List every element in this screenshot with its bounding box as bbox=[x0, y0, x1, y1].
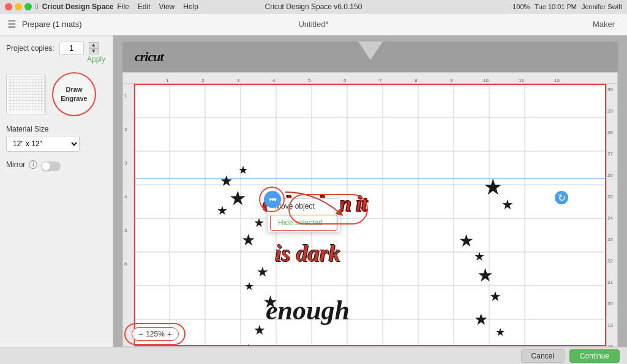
cancel-button[interactable]: Cancel bbox=[521, 349, 565, 363]
engrave-label: Engrave bbox=[61, 94, 87, 103]
titlebar:  Cricut Design Space File Edit View Hel… bbox=[0, 0, 627, 13]
prepare-title: Prepare (1 mats) bbox=[22, 20, 82, 29]
star-6: ★ bbox=[501, 197, 514, 213]
edit-menu[interactable]: Edit bbox=[138, 2, 151, 11]
action-bar: Cancel Continue bbox=[0, 347, 627, 364]
toggle-knob bbox=[42, 162, 50, 171]
material-size-select[interactable]: 12" x 12" 12" x 24" bbox=[6, 136, 80, 152]
tick-rr21: 21 bbox=[607, 280, 613, 285]
canvas-area[interactable]: cricut 1 2 3 4 5 6 7 bbox=[113, 35, 627, 347]
tick-5: 5 bbox=[308, 78, 310, 83]
user-label: Jennifer Swift bbox=[582, 3, 622, 10]
tick-6: 6 bbox=[344, 78, 346, 83]
ruler-right: 30 29 28 27 26 25 24 23 22 21 20 19 18 1… bbox=[606, 84, 617, 346]
mirror-label: Mirror bbox=[6, 160, 25, 169]
star-17: ★ bbox=[495, 325, 505, 339]
copies-stepper[interactable]: ▲ ▼ bbox=[89, 42, 99, 54]
tick-r6: 6 bbox=[124, 261, 127, 267]
cricut-header: cricut bbox=[122, 42, 618, 72]
help-menu[interactable]: Help bbox=[183, 2, 198, 11]
mat-content: ★ ★ ★ ★ ★ ★ ★ ★ ★ ★ ★ ★ ★ ★ bbox=[134, 84, 617, 346]
tick-rr26: 26 bbox=[607, 173, 613, 178]
view-menu[interactable]: View bbox=[159, 2, 175, 11]
mirror-info-icon[interactable]: i bbox=[29, 160, 37, 169]
zoom-increase-button[interactable]: + bbox=[167, 330, 172, 338]
titlebar-left:  Cricut Design Space File Edit View Hel… bbox=[5, 2, 198, 11]
battery-label: 100% bbox=[512, 3, 530, 10]
continue-button[interactable]: Continue bbox=[569, 349, 620, 363]
menu-bar: File Edit View Help bbox=[117, 2, 198, 11]
tick-rr25: 25 bbox=[607, 194, 613, 199]
star-10: ★ bbox=[474, 249, 485, 264]
cricut-mat-container: cricut 1 2 3 4 5 6 7 bbox=[122, 42, 618, 347]
tick-rr20: 20 bbox=[607, 301, 613, 306]
project-copies-row: Project copies: ▲ ▼ bbox=[6, 42, 107, 55]
star-11: ★ bbox=[257, 264, 269, 280]
tick-r2: 2 bbox=[124, 127, 127, 132]
tick-1: 1 bbox=[166, 78, 168, 83]
star-9: ★ bbox=[459, 231, 474, 251]
maximize-button[interactable] bbox=[24, 3, 32, 10]
project-copies-section: Project copies: ▲ ▼ Apply bbox=[6, 42, 107, 64]
tick-3: 3 bbox=[237, 78, 239, 83]
time-label: Tue 10:01 PM bbox=[535, 3, 577, 10]
close-button[interactable] bbox=[5, 3, 12, 10]
star-19: ★ bbox=[241, 341, 255, 346]
file-menu[interactable]: File bbox=[117, 2, 129, 11]
tick-10: 10 bbox=[483, 78, 489, 83]
app-header: ☰ Prepare (1 mats) Untitled* Maker bbox=[0, 13, 627, 35]
document-title: Untitled* bbox=[298, 20, 328, 29]
draw-engrave-circle[interactable]: Draw Engrave bbox=[52, 72, 96, 116]
tick-r1: 1 bbox=[124, 93, 127, 98]
app-version: Cricut Design Space v6.0.150 bbox=[265, 2, 362, 11]
copies-input[interactable] bbox=[59, 42, 84, 55]
tick-rr19: 19 bbox=[607, 322, 613, 328]
sidebar: Project copies: ▲ ▼ Apply Draw Engrave bbox=[0, 35, 113, 347]
mat-notch bbox=[358, 42, 383, 60]
star-16: ★ bbox=[474, 310, 488, 329]
mirror-row: Mirror i bbox=[6, 158, 107, 171]
tick-rr23: 23 bbox=[607, 237, 613, 242]
tick-8: 8 bbox=[415, 78, 417, 83]
tick-r3: 3 bbox=[124, 160, 127, 166]
star-15: ★ bbox=[489, 289, 501, 305]
dots-button[interactable]: ••• bbox=[264, 191, 281, 208]
material-size-section: Material Size 12" x 12" 12" x 24" bbox=[6, 125, 107, 152]
apple-logo:  bbox=[36, 2, 39, 11]
tick-11: 11 bbox=[519, 78, 524, 83]
copies-down[interactable]: ▼ bbox=[89, 48, 99, 54]
text-enough: enough bbox=[266, 295, 350, 326]
minimize-button[interactable] bbox=[15, 3, 22, 10]
machine-label: Maker bbox=[593, 20, 615, 29]
hide-selected-item[interactable]: Hide selected bbox=[270, 215, 337, 231]
main-layout: Project copies: ▲ ▼ Apply Draw Engrave bbox=[0, 35, 627, 347]
tick-12: 12 bbox=[554, 78, 560, 83]
mat-with-ruler: 1 2 3 4 5 6 7 8 9 10 11 12 bbox=[122, 72, 618, 347]
traffic-lights bbox=[5, 3, 32, 10]
tick-9: 9 bbox=[450, 78, 452, 83]
mat-thumbnail-image bbox=[8, 76, 45, 113]
tick-2: 2 bbox=[201, 78, 204, 83]
star-4: ★ bbox=[217, 203, 228, 218]
text-is-dark: is dark bbox=[275, 240, 340, 267]
tick-rr24: 24 bbox=[607, 215, 613, 221]
mat-thumbnail[interactable] bbox=[6, 75, 46, 114]
star-18: ★ bbox=[253, 322, 266, 338]
star-12: ★ bbox=[244, 280, 254, 293]
hamburger-menu[interactable]: ☰ bbox=[7, 18, 16, 30]
copies-up[interactable]: ▲ bbox=[89, 42, 99, 48]
star-14: ★ bbox=[477, 264, 494, 286]
star-5: ★ bbox=[483, 174, 503, 200]
star-7: ★ bbox=[253, 215, 265, 230]
star-3: ★ bbox=[229, 187, 247, 210]
tick-rr30: 30 bbox=[607, 87, 613, 92]
mirror-toggle-area bbox=[41, 162, 61, 171]
apply-button[interactable]: Apply bbox=[6, 55, 107, 64]
mirror-toggle[interactable] bbox=[41, 162, 61, 171]
tick-4: 4 bbox=[272, 78, 275, 83]
rotate-handle[interactable]: ↻ bbox=[555, 191, 568, 204]
titlebar-right: 100% Tue 10:01 PM Jennifer Swift bbox=[512, 3, 622, 10]
zoom-decrease-button[interactable]: − bbox=[138, 330, 143, 338]
star-2: ★ bbox=[238, 163, 248, 177]
grid-canvas: ★ ★ ★ ★ ★ ★ ★ ★ ★ ★ ★ ★ ★ ★ bbox=[134, 84, 617, 346]
